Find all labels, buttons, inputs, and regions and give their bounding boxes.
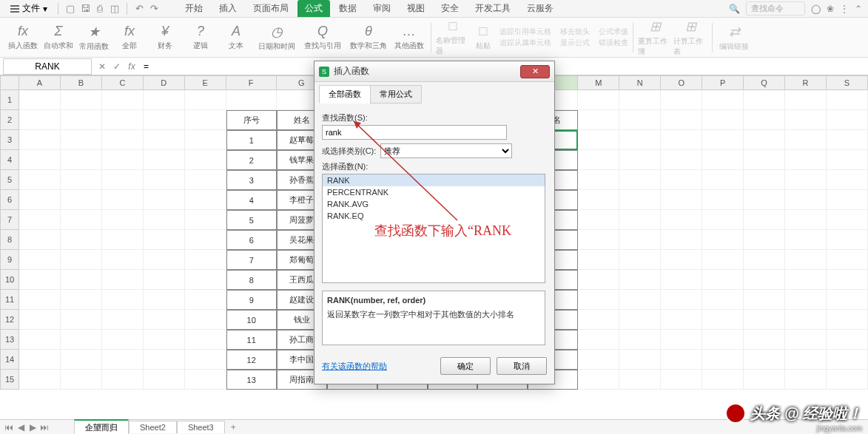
cell[interactable] [578, 150, 619, 170]
cell[interactable] [185, 170, 226, 190]
cell[interactable] [144, 330, 185, 350]
cell[interactable] [144, 310, 185, 330]
cell[interactable] [19, 210, 61, 230]
cell[interactable] [785, 90, 827, 110]
sheet-tab[interactable]: Sheet3 [177, 421, 225, 433]
cell[interactable] [785, 190, 827, 210]
cell[interactable] [619, 350, 661, 370]
cell[interactable] [19, 170, 61, 190]
cell[interactable] [144, 150, 185, 170]
col-header[interactable]: Q [744, 75, 785, 90]
col-header[interactable]: A [19, 75, 61, 90]
cell[interactable] [102, 150, 144, 170]
function-listbox[interactable]: RANK PERCENTRANK RANK.AVG RANK.EQ [322, 174, 545, 283]
cell[interactable] [661, 330, 702, 350]
cell[interactable] [61, 290, 102, 310]
cell[interactable] [185, 370, 226, 390]
cell[interactable] [702, 170, 744, 190]
cell[interactable] [661, 370, 702, 390]
cell[interactable] [102, 310, 144, 330]
other-fn-button[interactable]: …其他函数 [392, 20, 426, 55]
cell[interactable]: 6 [226, 230, 277, 250]
collapse-icon[interactable]: ⌃ [855, 4, 862, 14]
cell[interactable] [702, 90, 744, 110]
cell[interactable] [102, 370, 144, 390]
cell[interactable] [827, 330, 868, 350]
cell[interactable] [619, 330, 661, 350]
cell[interactable] [102, 210, 144, 230]
cell[interactable] [578, 190, 619, 210]
sheet-tab[interactable]: Sheet2 [129, 421, 177, 433]
cell[interactable] [619, 90, 661, 110]
print-icon[interactable]: ⎙ [94, 3, 106, 15]
help-icon[interactable]: ◯ [811, 4, 821, 14]
cell[interactable] [578, 130, 619, 150]
tab-dev[interactable]: 开发工具 [468, 0, 518, 17]
cell[interactable] [619, 170, 661, 190]
cell[interactable] [619, 370, 661, 390]
cell[interactable] [827, 270, 868, 290]
cell[interactable] [619, 270, 661, 290]
row-header[interactable]: 12 [0, 310, 19, 330]
tab-view[interactable]: 视图 [400, 0, 432, 17]
cell[interactable] [61, 230, 102, 250]
cell[interactable] [61, 370, 102, 390]
cell[interactable] [827, 290, 868, 310]
cell[interactable] [185, 90, 226, 110]
row-header[interactable]: 6 [0, 190, 19, 210]
cell[interactable] [827, 350, 868, 370]
cell[interactable] [785, 270, 827, 290]
open-icon[interactable]: ▢ [64, 3, 76, 15]
cell[interactable] [744, 230, 785, 250]
cell[interactable] [61, 170, 102, 190]
cell[interactable] [144, 370, 185, 390]
sheet-nav-prev-icon[interactable]: ◀ [15, 422, 27, 433]
cell[interactable] [661, 150, 702, 170]
col-header[interactable]: N [619, 75, 661, 90]
cell[interactable] [785, 310, 827, 330]
cell[interactable] [785, 150, 827, 170]
cell[interactable] [661, 110, 702, 130]
cell[interactable] [102, 90, 144, 110]
cell[interactable] [185, 290, 226, 310]
text-button[interactable]: A文本 [219, 20, 253, 55]
cell[interactable] [661, 270, 702, 290]
tab-start[interactable]: 开始 [178, 0, 210, 17]
cell[interactable] [185, 210, 226, 230]
datetime-button[interactable]: ◷日期和时间 [255, 20, 299, 55]
row-header[interactable]: 2 [0, 110, 19, 130]
cell[interactable] [61, 150, 102, 170]
cell[interactable] [785, 170, 827, 190]
cell[interactable]: 5 [226, 210, 277, 230]
cell[interactable] [827, 190, 868, 210]
row-header[interactable]: 1 [0, 90, 19, 110]
cell[interactable]: 12 [226, 350, 277, 370]
cell[interactable]: 10 [226, 310, 277, 330]
help-link[interactable]: 有关该函数的帮助 [322, 361, 387, 372]
cell[interactable] [619, 190, 661, 210]
cell[interactable] [578, 250, 619, 270]
cell[interactable] [702, 130, 744, 150]
cell[interactable] [102, 130, 144, 150]
autosum-button[interactable]: Σ自动求和 [41, 20, 75, 55]
cell[interactable]: 7 [226, 250, 277, 270]
cell[interactable] [744, 110, 785, 130]
cell[interactable] [578, 330, 619, 350]
row-header[interactable]: 14 [0, 350, 19, 370]
cell[interactable]: 序号 [226, 110, 277, 130]
cell[interactable] [661, 350, 702, 370]
cell[interactable] [578, 90, 619, 110]
cell[interactable] [144, 90, 185, 110]
cell[interactable] [185, 250, 226, 270]
cell[interactable] [578, 210, 619, 230]
cell[interactable] [661, 190, 702, 210]
tab-security[interactable]: 安全 [434, 0, 466, 17]
cell[interactable] [619, 230, 661, 250]
cell[interactable] [144, 170, 185, 190]
cell[interactable]: 2 [226, 150, 277, 170]
cell[interactable] [19, 330, 61, 350]
cell[interactable] [185, 350, 226, 370]
cell[interactable] [578, 310, 619, 330]
cell[interactable] [702, 190, 744, 210]
cell[interactable] [61, 190, 102, 210]
